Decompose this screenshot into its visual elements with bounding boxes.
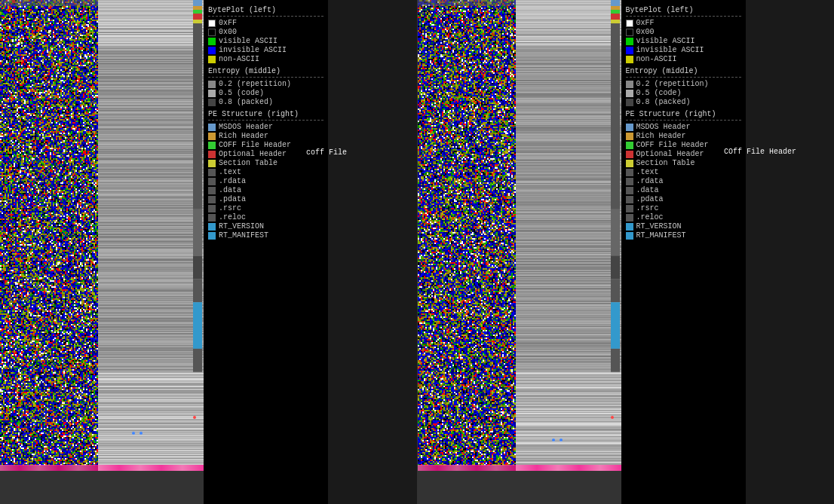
swatch-rep-1 — [208, 81, 216, 88]
legend-optional-1: Optional Header — [208, 150, 323, 158]
swatch-rtmanifest-1 — [208, 232, 216, 240]
legend-panel-1: BytePlot (left) 0xFF 0x00 visible ASCII … — [204, 0, 328, 504]
label-rsrc-2: .rsrc — [636, 204, 659, 212]
pink-band-1 — [0, 465, 98, 471]
byteplot-canvas-1 — [0, 0, 98, 504]
divider-pe-1 — [208, 120, 323, 121]
swatch-00-1 — [208, 29, 216, 36]
legend-pdata-1: .pdata — [208, 195, 323, 203]
label-invisible-2: invisible ASCII — [636, 46, 704, 54]
swatch-code-1 — [208, 90, 216, 97]
label-coff-1: COFF File Header — [219, 141, 291, 149]
entropy-title-1: Entropy (middle) — [208, 67, 323, 75]
legend-item-00-2: 0x00 — [626, 28, 741, 36]
label-00-1: 0x00 — [219, 28, 237, 36]
swatch-reloc-1 — [208, 214, 216, 221]
red-dot-1 — [193, 416, 196, 419]
swatch-visible-2 — [626, 38, 633, 45]
swatch-optional-2 — [626, 151, 633, 158]
legend-item-code-1: 0.5 (code) — [208, 89, 323, 97]
label-pdata-1: .pdata — [219, 195, 246, 203]
pink-band-2 — [418, 465, 516, 471]
legend-reloc-2: .reloc — [626, 213, 741, 221]
label-reloc-2: .reloc — [636, 213, 664, 221]
swatch-nonascii-1 — [208, 56, 216, 63]
swatch-rdata-2 — [626, 178, 633, 185]
legend-rdata-2: .rdata — [626, 177, 741, 185]
label-rep-1: 0.2 (repetition) — [219, 80, 291, 88]
divider-2 — [626, 16, 741, 17]
swatch-section-2 — [626, 160, 633, 167]
legend-item-rep-2: 0.2 (repetition) — [626, 80, 741, 88]
label-section-2: Section Table — [636, 159, 695, 167]
label-ff-2: 0xFF — [636, 19, 655, 27]
legend-item-visible-2: visible ASCII — [626, 37, 741, 45]
label-optional-2: Optional Header — [636, 150, 704, 158]
swatch-ff-1 — [208, 20, 216, 27]
swatch-msdos-1 — [208, 124, 216, 131]
byteplot-left-2 — [418, 0, 516, 504]
swatch-rtversion-2 — [626, 223, 633, 231]
swatch-rep-2 — [626, 81, 633, 88]
label-code-2: 0.5 (code) — [636, 89, 682, 97]
entropy-middle-2 — [516, 0, 621, 504]
pink-band-middle-2 — [516, 465, 621, 471]
swatch-data-1 — [208, 187, 216, 194]
legend-item-rep-1: 0.2 (repetition) — [208, 80, 323, 88]
label-data-2: .data — [636, 186, 659, 194]
legend-msdos-2: MSDOS Header — [626, 123, 741, 131]
legend-rsrc-2: .rsrc — [626, 204, 741, 212]
entropy-canvas-1 — [98, 0, 204, 504]
blue-dot-1b — [140, 432, 143, 435]
blue-dot-2a — [552, 438, 555, 441]
legend-rtversion-1: RT_VERSION — [208, 222, 323, 231]
legend-reloc-1: .reloc — [208, 213, 323, 221]
dark-band-2 — [418, 471, 516, 504]
swatch-code-2 — [626, 90, 633, 97]
label-pdata-2: .pdata — [636, 195, 664, 203]
legend-msdos-1: MSDOS Header — [208, 123, 323, 131]
swatch-00-2 — [626, 29, 633, 36]
label-nonascii-1: non-ASCII — [219, 55, 259, 63]
pink-band-middle-1 — [98, 465, 204, 471]
legend-rtversion-2: RT_VERSION — [626, 222, 741, 231]
swatch-section-1 — [208, 160, 216, 167]
divider-entropy-1 — [208, 77, 323, 78]
label-rich-2: Rich Header — [636, 132, 686, 140]
label-nonascii-2: non-ASCII — [636, 55, 677, 63]
label-rich-1: Rich Header — [219, 132, 268, 140]
legend-panel-2: BytePlot (left) 0xFF 0x00 visible ASCII … — [621, 0, 746, 504]
entropy-middle-1 — [98, 0, 204, 504]
dark-band-middle-2 — [516, 471, 621, 504]
legend-optional-2: Optional Header — [626, 150, 741, 158]
legend-rtmanifest-1: RT_MANIFEST — [208, 231, 323, 240]
label-packed-1: 0.8 (packed) — [219, 98, 273, 106]
pe-title-2: PE Structure (right) — [626, 110, 741, 118]
byteplot-title-2: BytePlot (left) — [626, 6, 741, 14]
swatch-text-2 — [626, 169, 633, 176]
blue-dot-2b — [560, 438, 563, 441]
legend-rdata-1: .rdata — [208, 177, 323, 185]
swatch-rich-1 — [208, 133, 216, 140]
swatch-ff-2 — [626, 20, 633, 27]
swatch-reloc-2 — [626, 214, 633, 221]
legend-item-invisible-1: invisible ASCII — [208, 46, 323, 54]
label-section-1: Section Table — [219, 159, 277, 167]
label-coff-2: COFF File Header — [636, 141, 709, 149]
blue-dot-1a — [132, 432, 135, 435]
legend-item-code-2: 0.5 (code) — [626, 89, 741, 97]
swatch-packed-2 — [626, 99, 633, 106]
byteplot-left-1 — [0, 0, 98, 504]
legend-data-1: .data — [208, 186, 323, 194]
legend-item-nonascii-2: non-ASCII — [626, 55, 741, 63]
swatch-rdata-1 — [208, 178, 216, 185]
legend-item-ff-1: 0xFF — [208, 19, 323, 27]
legend-text-1: .text — [208, 168, 323, 176]
divider-entropy-2 — [626, 77, 741, 78]
legend-rsrc-1: .rsrc — [208, 204, 323, 212]
swatch-visible-1 — [208, 38, 216, 45]
divider-pe-2 — [626, 120, 741, 121]
label-ff-1: 0xFF — [219, 19, 237, 27]
legend-coff-1: COFF File Header — [208, 141, 323, 149]
legend-rtmanifest-2: RT_MANIFEST — [626, 231, 741, 240]
